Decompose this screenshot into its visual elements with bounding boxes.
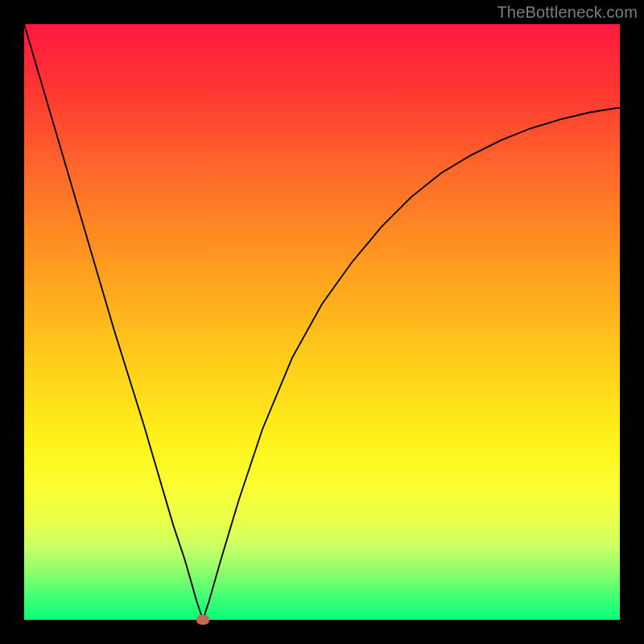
plot-area xyxy=(24,24,620,620)
bottleneck-curve-path xyxy=(24,24,620,620)
watermark-text: TheBottleneck.com xyxy=(497,3,638,22)
curve-svg xyxy=(24,24,620,620)
chart-frame: TheBottleneck.com xyxy=(0,0,644,644)
minimum-marker xyxy=(196,615,209,625)
